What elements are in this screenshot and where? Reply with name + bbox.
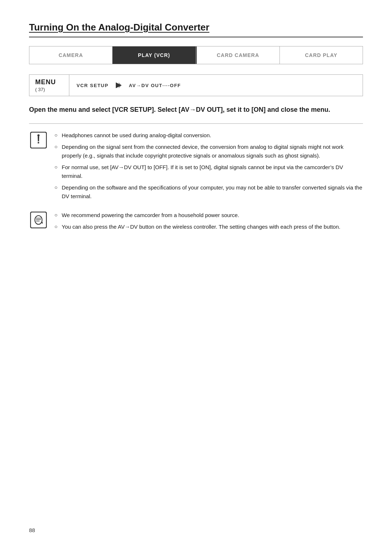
warning-list: Headphones cannot be used during analog-… [54,131,363,204]
warning-item-4: Depending on the software and the specif… [54,183,363,201]
warning-icon: ! [30,132,47,148]
warning-item-2: Depending on the signal sent from the co… [54,143,363,160]
av-dv-out-item: AV→DV OUT····OFF [129,78,181,93]
svg-point-4 [37,134,40,136]
note-section: We recommend powering the camcorder from… [29,211,363,234]
note-icon [30,212,47,228]
setup-arrow-icon [109,81,129,90]
instruction-heading: Open the menu and select [VCR SETUP]. Se… [29,105,363,115]
tab-camera[interactable]: CAMERA [29,46,113,64]
warning-icon-block: ! [29,131,48,204]
note-item-1: We recommend powering the camcorder from… [54,211,363,220]
warning-item-1: Headphones cannot be used during analog-… [54,131,363,140]
tab-play-vcr[interactable]: PLAY (VCR) [113,46,196,64]
warning-item-3: For normal use, set [AV→DV OUT] to [OFF]… [54,163,363,180]
note-icon-block [29,211,48,234]
section-divider [29,123,363,124]
menu-setup-row: MENU ( 37) VCR SETUP AV→DV OUT····OFF [29,74,363,96]
svg-point-6 [35,216,42,224]
mode-tabs: CAMERA PLAY (VCR) CARD CAMERA CARD PLAY [29,46,363,64]
svg-rect-5 [30,212,46,228]
menu-ref: ( 37) [35,87,63,92]
menu-label-block: MENU ( 37) [29,75,69,96]
menu-label: MENU [35,78,63,86]
page-title: Turning On the Analog-Digital Converter [29,22,363,37]
svg-marker-1 [119,82,122,88]
menu-setup-content: VCR SETUP AV→DV OUT····OFF [69,75,363,96]
tab-card-camera[interactable]: CARD CAMERA [197,46,280,64]
page-number: 88 [29,527,35,533]
vcr-setup-item: VCR SETUP [77,78,109,93]
note-list: We recommend powering the camcorder from… [54,211,363,234]
tab-card-play[interactable]: CARD PLAY [280,46,363,64]
note-item-2: You can also press the AV→DV button on t… [54,223,363,231]
warning-section: ! Headphones cannot be used during analo… [29,131,363,204]
